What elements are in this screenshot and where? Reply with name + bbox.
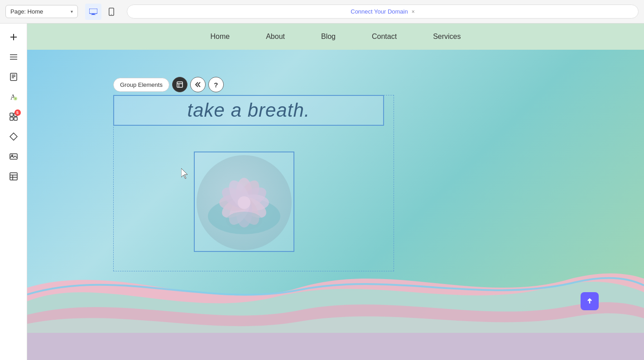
sidebar-item-apps[interactable] <box>5 109 22 125</box>
device-buttons <box>85 4 120 20</box>
svg-marker-21 <box>10 133 17 140</box>
close-tab-button[interactable]: × <box>412 9 415 15</box>
desktop-view-button[interactable] <box>85 4 101 20</box>
sidebar-item-table[interactable] <box>5 168 22 185</box>
svg-rect-20 <box>14 117 17 120</box>
scroll-to-top-button[interactable] <box>581 292 599 310</box>
website-preview: Home About Blog Contact Services <box>27 24 644 360</box>
mobile-view-button[interactable] <box>103 4 120 20</box>
svg-text:+: + <box>14 97 17 101</box>
sidebar-item-media[interactable] <box>5 148 22 165</box>
svg-point-45 <box>226 212 262 230</box>
svg-rect-17 <box>10 113 13 116</box>
toolbar-help-button[interactable]: ? <box>208 77 224 92</box>
nav-link-about[interactable]: About <box>266 33 285 41</box>
svg-rect-0 <box>89 9 97 14</box>
svg-rect-10 <box>10 73 17 81</box>
svg-rect-1 <box>92 14 95 14</box>
chevron-down-icon: ▾ <box>71 9 73 14</box>
address-text: Connect Your Domain <box>351 8 408 15</box>
nav-link-blog[interactable]: Blog <box>321 33 336 41</box>
main-layout: A+ Home About Blog Contact Services <box>0 24 644 360</box>
canvas-area: Home About Blog Contact Services <box>27 24 644 360</box>
svg-point-4 <box>111 14 112 15</box>
hero-section: Group Elements ? take <box>27 50 644 360</box>
svg-rect-28 <box>177 82 183 87</box>
page-selector-label: Page: Home <box>10 8 68 15</box>
sidebar-item-layers[interactable] <box>5 49 22 65</box>
svg-rect-19 <box>10 117 13 120</box>
nav-link-home[interactable]: Home <box>210 33 230 41</box>
left-sidebar: A+ <box>0 24 27 360</box>
page-selector[interactable]: Page: Home ▾ <box>5 5 78 18</box>
sidebar-item-text[interactable]: A+ <box>5 89 22 105</box>
sidebar-item-add[interactable] <box>5 29 22 45</box>
nav-link-contact[interactable]: Contact <box>372 33 397 41</box>
sidebar-item-components[interactable] <box>5 128 22 145</box>
svg-rect-2 <box>91 14 96 15</box>
svg-rect-24 <box>10 173 17 180</box>
nav-link-services[interactable]: Services <box>433 33 461 41</box>
svg-rect-18 <box>14 113 17 116</box>
selection-group[interactable]: take a breath. <box>113 95 394 271</box>
svg-point-44 <box>238 196 250 209</box>
toolbar-layers-button[interactable] <box>172 77 187 92</box>
lotus-image <box>197 155 292 250</box>
sidebar-item-pages[interactable] <box>5 69 22 85</box>
browser-chrome: Page: Home ▾ Connect Your Domain × <box>0 0 644 24</box>
editor-toolbar: Group Elements ? <box>113 77 224 92</box>
group-elements-button[interactable]: Group Elements <box>113 78 169 92</box>
image-element-box[interactable] <box>194 152 294 252</box>
text-element-box[interactable]: take a breath. <box>113 95 384 126</box>
address-bar[interactable]: Connect Your Domain × <box>127 5 639 19</box>
toolbar-back-button[interactable] <box>190 77 206 92</box>
website-navbar: Home About Blog Contact Services <box>27 24 644 50</box>
hero-text: take a breath. <box>187 99 310 121</box>
